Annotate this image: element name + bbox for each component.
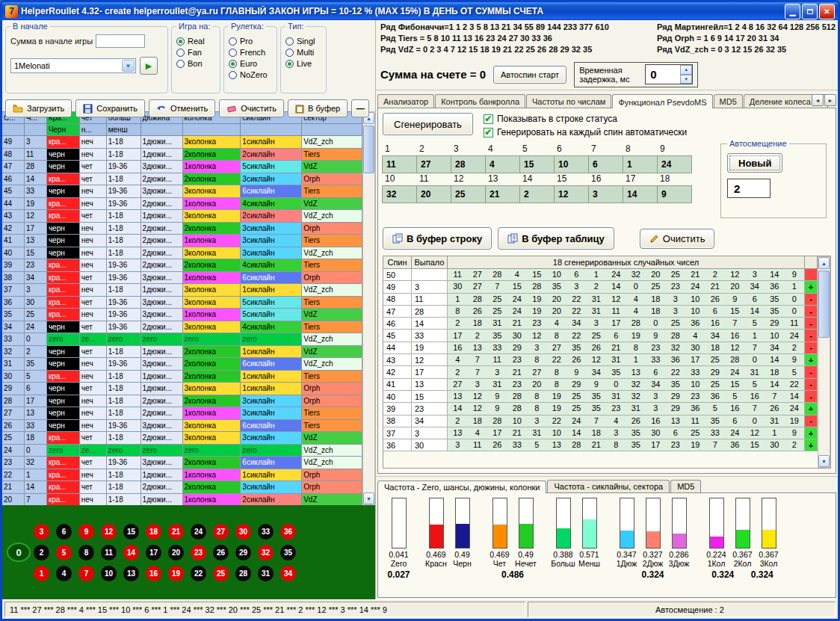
tab-bankroll[interactable]: Контроль банкролла xyxy=(435,94,525,108)
board-zero[interactable]: 0 xyxy=(7,543,31,562)
history-row[interactable]: 330zeroze...zerozerozerozeroVdZ_zch xyxy=(2,333,362,346)
history-row[interactable]: 2332кра...чет19-363дюжи...2колонка6сикла… xyxy=(2,457,362,469)
minimize-button[interactable]: ▁ xyxy=(785,4,800,19)
board-number[interactable]: 30 xyxy=(235,524,251,540)
radio-singl[interactable]: Singl xyxy=(285,37,321,46)
board-number[interactable]: 4 xyxy=(56,566,72,581)
radio-live-control[interactable] xyxy=(285,60,294,68)
history-row[interactable]: 221кра...неч1-181дюжи...1колонка1сиклайн… xyxy=(2,469,362,482)
generated-scroll-thumb[interactable] xyxy=(818,271,830,338)
copy-table-button[interactable]: В буфер таблицу xyxy=(498,227,614,250)
radio-multi-control[interactable] xyxy=(285,49,294,57)
board-number[interactable]: 34 xyxy=(280,566,296,581)
history-row[interactable]: 4614кра...чет1-182дюжи...2колонка3сиклай… xyxy=(2,173,362,186)
autoshift-input[interactable] xyxy=(727,179,770,198)
generated-table-row[interactable]: 421727321278934351362233292431185- xyxy=(383,366,818,378)
history-scrollbar[interactable]: ▲ ▼ xyxy=(362,111,375,505)
load-button[interactable]: Загрузить xyxy=(5,99,72,117)
radio-nozero[interactable]: NoZero xyxy=(229,70,272,79)
history-row[interactable]: 3630кра...чет19-363дюжи...3колонка5сикла… xyxy=(2,297,362,309)
check-icon[interactable]: ✔ xyxy=(484,114,493,124)
board-number[interactable]: 16 xyxy=(146,566,161,581)
spin-down-icon[interactable]: ▼ xyxy=(680,75,692,84)
to-buffer-button[interactable]: В буфер xyxy=(288,99,348,117)
radio-euro-control[interactable] xyxy=(229,60,237,68)
clear-button[interactable]: Очистить xyxy=(219,99,284,117)
board-number[interactable]: 28 xyxy=(235,566,251,581)
history-scroll-track[interactable] xyxy=(363,124,374,492)
history-row[interactable]: 322чернчет1-181дюжи...2колонка1сиклайнVd… xyxy=(2,346,362,359)
generated-table-row[interactable]: 441916133329327352621823323018127342- xyxy=(383,342,818,354)
history-row[interactable]: 2817черннеч1-182дюжи...2колонка3сиклайнO… xyxy=(2,395,362,408)
generated-table-row[interactable]: 4312471123822261231133361725280149+ xyxy=(383,354,818,366)
history-row[interactable]: 207кра...неч1-181дюжи...1колонка2сиклайн… xyxy=(2,494,362,506)
scroll-down-icon[interactable]: ▼ xyxy=(363,492,374,504)
board-number[interactable]: 36 xyxy=(280,524,296,540)
history-row[interactable]: 4811черннеч1-181дюжи...2колонка2сиклайнT… xyxy=(2,149,362,161)
checkbox-show-status[interactable]: ✔Показывать в строке статуса xyxy=(484,114,687,124)
board-number[interactable]: 12 xyxy=(101,524,117,540)
board-number[interactable]: 27 xyxy=(213,524,229,540)
generated-table-scrollbar[interactable]: ▲ ▼ xyxy=(818,256,830,468)
generated-table-row[interactable]: 4614218312123434317280253616752911- xyxy=(383,318,818,330)
radio-nozero-control[interactable] xyxy=(229,71,237,79)
generated-scroll-track[interactable] xyxy=(818,269,830,455)
history-row[interactable]: 493кра...неч1-181дюжи...3колонка1сиклайн… xyxy=(2,136,362,149)
board-number[interactable]: 19 xyxy=(168,566,184,581)
history-row[interactable]: 3834кра...чет19-363дюжи...1колонка6сикла… xyxy=(2,272,362,285)
board-number[interactable]: 11 xyxy=(101,545,117,560)
history-scroll-thumb[interactable] xyxy=(363,126,374,173)
check-icon[interactable]: ✔ xyxy=(484,128,493,138)
history-row[interactable]: 4728чернчет19-363дюжи...1колонка5сиклайн… xyxy=(2,161,362,173)
history-row[interactable]: 373кра...неч1-181дюжи...3колонка1сиклайн… xyxy=(2,284,362,297)
generated-table-row[interactable]: 47288262524192022311141831061514350- xyxy=(383,306,818,318)
board-number[interactable]: 1 xyxy=(34,566,49,581)
board-number[interactable]: 23 xyxy=(191,545,206,560)
copy-row-button[interactable]: В буфер строку xyxy=(383,227,492,250)
undo-button[interactable]: Отменить xyxy=(149,99,215,117)
board-number[interactable]: 3 xyxy=(34,524,49,540)
scroll-down-icon[interactable]: ▼ xyxy=(818,455,830,467)
delay-spinbox[interactable]: ▲ ▼ xyxy=(645,64,693,84)
close-button[interactable]: ✕ xyxy=(819,4,835,19)
radio-fan-control[interactable] xyxy=(176,49,185,57)
history-row[interactable]: 240zeroze...zerozerozerozeroVdZ_zch xyxy=(2,445,362,457)
board-number[interactable]: 6 xyxy=(56,524,72,540)
history-row[interactable]: 4419кра...неч19-362дюжи...1колонка4сикла… xyxy=(2,198,362,211)
radio-singl-control[interactable] xyxy=(285,37,294,46)
autospin-button[interactable]: Автоспин старт xyxy=(493,66,566,84)
board-number[interactable]: 25 xyxy=(213,566,229,581)
history-row[interactable]: 4533черннеч19-363дюжи...3колонка6сиклайн… xyxy=(2,185,362,198)
board-number[interactable]: 18 xyxy=(146,524,161,540)
title-bar[interactable]: 7 HelperRoullet 4.32- create helperroull… xyxy=(2,2,838,20)
history-row[interactable]: 2633черннеч19-363дюжи...3колонка6сиклайн… xyxy=(2,420,362,433)
board-number[interactable]: 2 xyxy=(34,545,49,560)
freq-tab-sixlines[interactable]: Частота - сиклайны, сектора xyxy=(547,480,670,492)
board-number[interactable]: 26 xyxy=(213,545,229,560)
radio-multi[interactable]: Multi xyxy=(285,48,321,57)
checkbox-auto-generate[interactable]: ✔Генерировать на каждый спин автоматичес… xyxy=(484,127,687,138)
board-number[interactable]: 7 xyxy=(78,566,94,581)
freq-tab-chances[interactable]: Частота - Zero, шансы, дюжины, колонки xyxy=(377,481,546,493)
board-number[interactable]: 31 xyxy=(258,566,274,581)
board-number[interactable]: 9 xyxy=(78,524,94,540)
preset-combobox[interactable]: 1Melonati ▼ xyxy=(10,58,136,73)
tab-md5[interactable]: MD5 xyxy=(714,94,743,108)
clear-generated-button[interactable]: Очистить xyxy=(640,229,715,249)
board-number[interactable]: 17 xyxy=(146,545,161,560)
spin-up-icon[interactable]: ▲ xyxy=(680,65,692,75)
tab-frequencies[interactable]: Частоты по числам xyxy=(526,94,611,108)
history-row[interactable]: 2713черннеч1-182дюжи...1колонка3сиклайнT… xyxy=(2,407,362,420)
chevron-down-icon[interactable]: ▼ xyxy=(122,60,135,72)
radio-bon[interactable]: Bon xyxy=(176,59,215,68)
radio-real[interactable]: Real xyxy=(176,37,215,46)
delay-input[interactable] xyxy=(646,65,680,84)
new-button[interactable]: Новый xyxy=(727,153,782,173)
board-number[interactable]: 5 xyxy=(56,545,72,560)
board-number[interactable]: 13 xyxy=(123,566,139,581)
history-row[interactable]: 3525кра...неч19-363дюжи...1колонка5сикла… xyxy=(2,309,362,321)
tab-scroll-right-icon[interactable]: ► xyxy=(824,94,836,106)
history-row[interactable]: 4312кра...чет1-181дюжи...3колонка2сиклай… xyxy=(2,210,362,223)
generated-table-row[interactable]: 3731341721311014183353062533241219+ xyxy=(383,427,818,439)
radio-pro[interactable]: Pro xyxy=(229,37,272,46)
